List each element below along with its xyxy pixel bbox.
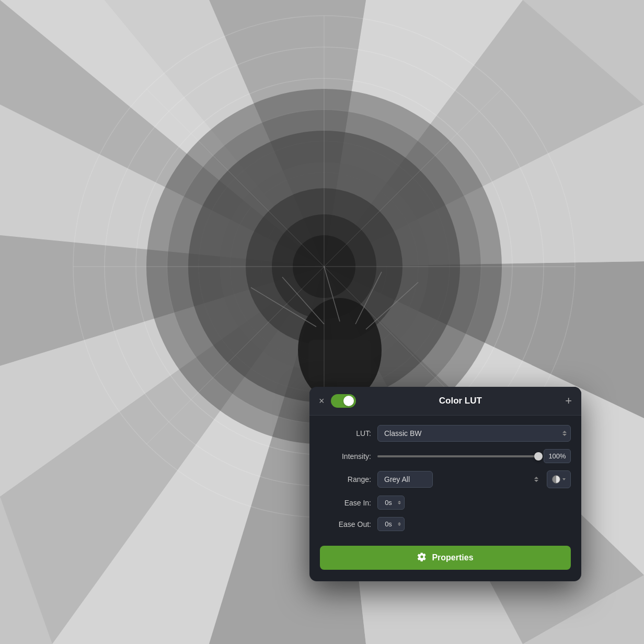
grey-icon-button[interactable] bbox=[547, 470, 571, 488]
ease-out-label: Ease Out: bbox=[320, 520, 377, 528]
ease-out-stepper[interactable] bbox=[398, 522, 401, 526]
range-dropdown-arrow bbox=[534, 477, 538, 482]
ease-in-value-wrap: 0s bbox=[377, 496, 405, 510]
close-button[interactable]: × bbox=[319, 396, 325, 406]
ease-in-stepper[interactable] bbox=[398, 501, 401, 504]
ease-out-row: Ease Out: 0s bbox=[320, 517, 571, 531]
intensity-slider-fill bbox=[377, 455, 538, 457]
ease-in-value: 0s bbox=[381, 499, 396, 507]
range-row: Range: Grey All All Highlights Midtones … bbox=[320, 470, 571, 488]
lut-select[interactable]: Classic BW B&W Sepia Vintage bbox=[377, 425, 571, 442]
panel-body: LUT: Classic BW B&W Sepia Vintage Intens… bbox=[309, 416, 581, 581]
toggle-track bbox=[331, 394, 356, 408]
range-dropdown-wrap: Grey All All Highlights Midtones Shadows bbox=[377, 471, 543, 488]
range-arrow-up-icon bbox=[534, 477, 538, 479]
ease-out-decrement[interactable] bbox=[398, 524, 401, 526]
lut-row: LUT: Classic BW B&W Sepia Vintage bbox=[320, 425, 571, 442]
intensity-label: Intensity: bbox=[320, 452, 377, 461]
lut-label: LUT: bbox=[320, 429, 377, 438]
grey-icon-arrow bbox=[562, 478, 566, 480]
svg-rect-17 bbox=[308, 340, 371, 382]
range-select[interactable]: Grey All All Highlights Midtones Shadows bbox=[377, 471, 433, 488]
intensity-slider-thumb[interactable] bbox=[534, 452, 543, 461]
ease-in-label: Ease In: bbox=[320, 499, 377, 507]
ease-out-increment[interactable] bbox=[398, 522, 401, 524]
lut-dropdown-container: Classic BW B&W Sepia Vintage bbox=[377, 425, 571, 442]
grey-half-icon bbox=[552, 475, 560, 484]
add-button[interactable]: + bbox=[565, 395, 572, 407]
intensity-slider-container: 100% bbox=[377, 449, 571, 463]
range-label: Range: bbox=[320, 475, 377, 484]
ease-out-value-wrap: 0s bbox=[377, 517, 405, 531]
ease-in-increment[interactable] bbox=[398, 501, 401, 502]
header-left: × bbox=[319, 394, 356, 408]
panel-title: Color LUT bbox=[356, 396, 566, 406]
panel-header: × Color LUT + bbox=[309, 387, 581, 416]
toggle-switch[interactable] bbox=[331, 394, 356, 408]
gear-icon bbox=[417, 552, 427, 564]
properties-btn-label: Properties bbox=[432, 553, 473, 562]
color-lut-panel: × Color LUT + LUT: Classic BW B&W Sepia bbox=[309, 387, 581, 581]
intensity-slider-track[interactable] bbox=[377, 455, 538, 457]
ease-out-value: 0s bbox=[381, 520, 396, 528]
range-arrow-down-icon bbox=[534, 480, 538, 482]
intensity-row: Intensity: 100% bbox=[320, 449, 571, 463]
ease-in-box: 0s bbox=[377, 496, 405, 510]
intensity-value: 100% bbox=[544, 449, 571, 463]
ease-in-row: Ease In: 0s bbox=[320, 496, 571, 510]
properties-button[interactable]: Properties bbox=[320, 546, 571, 570]
range-container: Grey All All Highlights Midtones Shadows bbox=[377, 470, 571, 488]
ease-out-box: 0s bbox=[377, 517, 405, 531]
ease-in-decrement[interactable] bbox=[398, 503, 401, 504]
toggle-thumb bbox=[343, 396, 354, 406]
